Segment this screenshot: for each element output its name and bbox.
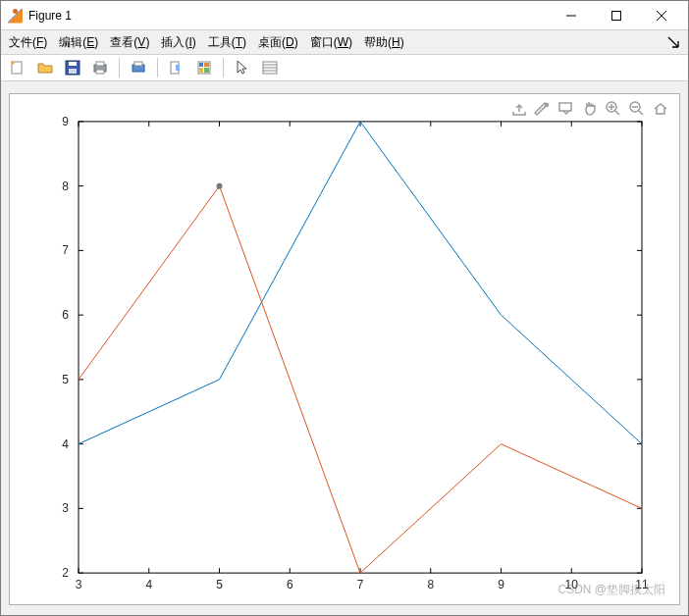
svg-text:5: 5 xyxy=(216,578,223,591)
svg-text:6: 6 xyxy=(62,308,69,322)
svg-text:6: 6 xyxy=(287,578,293,591)
print-button[interactable] xyxy=(87,56,113,79)
menubar: 文件(F) 编辑(E) 查看(V) 插入(I) 工具(T) 桌面(D) 窗口(W… xyxy=(1,30,688,54)
svg-rect-7 xyxy=(96,62,104,66)
svg-text:5: 5 xyxy=(62,373,69,386)
cursor-button[interactable] xyxy=(230,56,255,79)
figure-window: Figure 1 文件(F) 编辑(E) 查看(V) 插入(I) 工具(T) 桌… xyxy=(0,0,689,616)
svg-point-78 xyxy=(217,183,223,189)
menu-view[interactable]: 查看(V) xyxy=(110,34,149,51)
menu-tools[interactable]: 工具(T) xyxy=(208,34,246,51)
svg-rect-26 xyxy=(79,122,642,573)
toolbar xyxy=(1,54,688,81)
svg-text:2: 2 xyxy=(62,566,69,580)
minimize-button[interactable] xyxy=(549,1,594,30)
svg-rect-4 xyxy=(69,62,77,66)
toolbar-separator xyxy=(223,58,224,77)
svg-text:8: 8 xyxy=(427,578,434,591)
window-title: Figure 1 xyxy=(28,9,549,23)
watermark: CSDN @垫脚摸太阳 xyxy=(557,582,665,598)
svg-rect-16 xyxy=(199,68,203,73)
svg-text:7: 7 xyxy=(357,578,364,591)
svg-text:3: 3 xyxy=(76,578,82,591)
svg-rect-12 xyxy=(176,65,180,71)
data-cursor-button[interactable] xyxy=(257,56,283,79)
app-icon xyxy=(7,8,23,24)
open-button[interactable] xyxy=(32,56,58,79)
svg-text:9: 9 xyxy=(498,578,504,591)
menu-edit[interactable]: 编辑(E) xyxy=(59,34,98,51)
svg-rect-10 xyxy=(134,62,142,66)
toolbar-separator xyxy=(119,58,120,77)
svg-text:8: 8 xyxy=(62,180,69,193)
colorbar-button[interactable] xyxy=(191,56,217,79)
svg-rect-17 xyxy=(204,68,209,73)
titlebar: Figure 1 xyxy=(1,1,688,30)
svg-text:4: 4 xyxy=(62,437,69,451)
svg-rect-15 xyxy=(204,63,209,67)
svg-text:3: 3 xyxy=(62,501,69,515)
menu-window[interactable]: 窗口(W) xyxy=(310,34,352,51)
svg-rect-0 xyxy=(612,11,621,20)
print-preview-button[interactable] xyxy=(126,56,151,79)
menu-help[interactable]: 帮助(H) xyxy=(364,34,404,51)
toolbar-separator xyxy=(157,58,158,77)
menu-desktop[interactable]: 桌面(D) xyxy=(258,34,298,51)
close-button[interactable] xyxy=(639,1,684,30)
link-button[interactable] xyxy=(164,56,189,79)
axes[interactable]: 3456789101123456789 xyxy=(10,94,679,604)
svg-text:9: 9 xyxy=(62,115,69,128)
menu-insert[interactable]: 插入(I) xyxy=(161,34,195,51)
svg-rect-8 xyxy=(96,70,104,74)
figure-canvas: 3456789101123456789 CSDN @垫脚摸太阳 xyxy=(9,93,680,605)
svg-rect-5 xyxy=(69,69,77,74)
new-figure-button[interactable] xyxy=(5,56,30,79)
menu-file[interactable]: 文件(F) xyxy=(9,34,47,51)
dock-arrow-icon[interactable] xyxy=(666,35,680,49)
save-button[interactable] xyxy=(60,56,85,79)
maximize-button[interactable] xyxy=(594,1,639,30)
svg-text:7: 7 xyxy=(62,243,69,257)
svg-text:4: 4 xyxy=(145,578,152,591)
svg-rect-14 xyxy=(199,63,203,67)
